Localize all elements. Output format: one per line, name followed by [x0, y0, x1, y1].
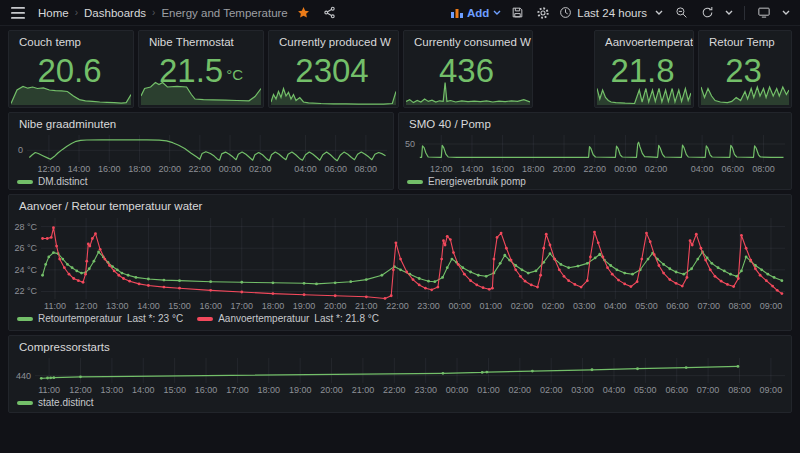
legend-item[interactable]: Aanvoertemperatuur Last *: 21.8 °C: [197, 313, 379, 324]
svg-text:23:00: 23:00: [417, 301, 440, 311]
panel-title[interactable]: Aanvoer / Retour temperatuur water: [9, 195, 791, 213]
timeseries-chart[interactable]: 11:0012:0013:0014:0015:0016:0017:0018:00…: [9, 354, 791, 396]
svg-text:21:00: 21:00: [355, 301, 378, 311]
svg-text:06:00: 06:00: [324, 164, 347, 174]
svg-text:15:00: 15:00: [163, 385, 186, 395]
svg-text:18:00: 18:00: [258, 385, 281, 395]
svg-text:01:00: 01:00: [480, 301, 503, 311]
dashboard-settings-icon[interactable]: [533, 3, 553, 23]
svg-text:07:00: 07:00: [697, 385, 720, 395]
svg-text:06:00: 06:00: [666, 301, 689, 311]
timeseries-chart[interactable]: 12:0014:0016:0018:0020:0022:0000:0002:00…: [9, 131, 393, 175]
svg-text:14:00: 14:00: [132, 385, 155, 395]
svg-text:02:00: 02:00: [509, 385, 532, 395]
panel-title[interactable]: Nibe graadminuten: [9, 113, 393, 131]
svg-text:16:00: 16:00: [195, 385, 218, 395]
legend-item[interactable]: DM.distinct: [17, 176, 87, 187]
panel-title[interactable]: Retour Temp: [699, 31, 791, 49]
sparkline-chart: [141, 75, 261, 105]
legend-item[interactable]: Energieverbruik pomp: [407, 176, 526, 187]
panel-compressorstarts: Compressorstarts 11:0012:0013:0014:0015:…: [8, 335, 792, 413]
svg-text:08:00: 08:00: [752, 164, 775, 174]
chart-legend: state.distinct: [9, 396, 791, 412]
menu-icon[interactable]: [8, 3, 28, 23]
refresh-interval-chevron-icon[interactable]: [723, 3, 735, 23]
breadcrumb-dashboards[interactable]: Dashboards: [84, 7, 146, 19]
legend-label: DM.distinct: [38, 176, 87, 187]
panel-title[interactable]: Couch temp: [9, 31, 133, 49]
panel-title[interactable]: Aanvoertemperat...: [595, 31, 693, 49]
svg-text:18:00: 18:00: [128, 164, 151, 174]
stat-panel-consumed-w: Currently consumed W 436: [403, 30, 533, 108]
view-mode-chevron-icon[interactable]: [780, 3, 792, 23]
legend-label: Retourtemperatuur Last *: 23 °C: [38, 313, 183, 324]
timeseries-chart[interactable]: 11:0012:0013:0014:0015:0016:0017:0018:00…: [9, 213, 791, 312]
svg-text:16:00: 16:00: [491, 164, 514, 174]
svg-text:05:00: 05:00: [635, 301, 658, 311]
svg-text:12:00: 12:00: [38, 164, 61, 174]
legend-item[interactable]: state.distinct: [17, 397, 94, 408]
refresh-icon[interactable]: [697, 3, 717, 23]
panel-title[interactable]: SMO 40 / Pomp: [399, 113, 791, 131]
time-range-label: Last 24 hours: [577, 7, 647, 19]
svg-text:16:00: 16:00: [98, 164, 121, 174]
svg-text:02:00: 02:00: [511, 301, 534, 311]
svg-text:11:00: 11:00: [44, 301, 66, 311]
legend-item[interactable]: Retourtemperatuur Last *: 23 °C: [17, 313, 183, 324]
time-range-picker[interactable]: Last 24 hours: [559, 6, 647, 19]
svg-text:22 °C: 22 °C: [14, 286, 37, 296]
svg-text:02:00: 02:00: [542, 301, 565, 311]
svg-text:04:00: 04:00: [294, 164, 317, 174]
svg-text:22:00: 22:00: [383, 385, 406, 395]
svg-text:21:00: 21:00: [352, 385, 375, 395]
sparkline-chart: [701, 75, 789, 105]
add-button[interactable]: Add: [451, 7, 501, 19]
panel-title[interactable]: Nibe Thermostat: [139, 31, 263, 49]
svg-text:08:00: 08:00: [729, 301, 752, 311]
svg-text:12:00: 12:00: [75, 301, 98, 311]
svg-text:08:00: 08:00: [728, 385, 751, 395]
timeseries-chart[interactable]: 12:0014:0016:0018:0020:0022:0000:0002:00…: [399, 131, 791, 175]
nav-divider: [744, 6, 745, 20]
svg-text:01:00: 01:00: [477, 385, 500, 395]
panel-aanvoer-retour-temperatuur: Aanvoer / Retour temperatuur water 11:00…: [8, 194, 792, 331]
panel-title[interactable]: Currently consumed W: [404, 31, 532, 49]
cycle-view-mode-icon[interactable]: [754, 3, 774, 23]
sparkline-chart: [11, 75, 131, 105]
clock-icon: [559, 6, 572, 19]
svg-text:14:00: 14:00: [68, 164, 91, 174]
svg-text:22:00: 22:00: [386, 301, 409, 311]
svg-text:22:00: 22:00: [189, 164, 212, 174]
stat-panel-couch-temp: Couch temp 20.6: [8, 30, 134, 108]
breadcrumb-separator: ›: [75, 7, 78, 18]
svg-text:17:00: 17:00: [231, 301, 254, 311]
panel-title[interactable]: Compressorstarts: [9, 336, 791, 354]
legend-series-dash-icon: [17, 317, 33, 321]
svg-text:07:00: 07:00: [697, 301, 720, 311]
add-panel-icon: [451, 7, 463, 18]
svg-text:26 °C: 26 °C: [14, 243, 37, 253]
panel-smo-40-pomp: SMO 40 / Pomp 12:0014:0016:0018:0020:002…: [398, 112, 792, 190]
favorite-star-icon[interactable]: [294, 3, 314, 23]
share-icon[interactable]: [320, 3, 340, 23]
legend-series-dash-icon: [17, 180, 33, 184]
legend-series-dash-icon: [17, 401, 33, 405]
stat-panel-produced-w: Currently produced W 2304: [268, 30, 399, 108]
svg-text:24 °C: 24 °C: [14, 265, 37, 275]
save-dashboard-icon[interactable]: [507, 3, 527, 23]
svg-text:15:00: 15:00: [168, 301, 191, 311]
breadcrumb-home[interactable]: Home: [38, 7, 69, 19]
svg-text:28 °C: 28 °C: [14, 222, 37, 232]
svg-text:04:00: 04:00: [603, 385, 626, 395]
chart-legend: Retourtemperatuur Last *: 23 °CAanvoerte…: [9, 312, 791, 328]
breadcrumb: Home › Dashboards › Energy and Temperatu…: [38, 7, 288, 19]
zoom-out-icon[interactable]: [671, 3, 691, 23]
legend-label: Aanvoertemperatuur Last *: 21.8 °C: [218, 313, 379, 324]
svg-text:12:00: 12:00: [69, 385, 92, 395]
svg-text:04:00: 04:00: [691, 164, 714, 174]
svg-text:20:00: 20:00: [324, 301, 347, 311]
svg-text:22:00: 22:00: [583, 164, 606, 174]
time-range-chevron-icon[interactable]: [653, 3, 665, 23]
svg-text:14:00: 14:00: [137, 301, 160, 311]
panel-title[interactable]: Currently produced W: [269, 31, 398, 49]
